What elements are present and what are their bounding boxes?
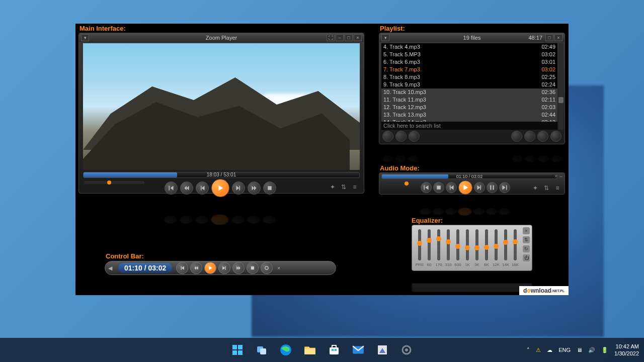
main-progress[interactable]: 18:03 / 53:01 xyxy=(83,172,360,178)
tray-chevron-icon[interactable]: ˄ xyxy=(527,347,530,353)
cb-left-arrow[interactable]: ◀ xyxy=(105,265,115,272)
playlist-list[interactable]: 4. Track 4.mp302:495. Track 5.MP303:026.… xyxy=(381,43,557,129)
rewind-button[interactable] xyxy=(180,182,193,195)
eq-slider-14K[interactable] xyxy=(504,229,507,260)
pl-maximize-button[interactable]: □ xyxy=(545,34,553,41)
pl-dropdown-icon[interactable]: ▾ xyxy=(381,34,389,41)
eq-slider-1K[interactable] xyxy=(466,229,469,260)
next-button[interactable] xyxy=(232,182,245,195)
pl-close-button[interactable]: × xyxy=(554,34,562,41)
playlist-row[interactable]: 12. Track 12.mp302:03 xyxy=(381,104,557,111)
playlist-row[interactable]: 6. Track 6.mp303:01 xyxy=(381,58,557,66)
pl-btn-1[interactable] xyxy=(382,131,393,142)
audio-menu-icon[interactable]: ≡ xyxy=(553,184,561,192)
prev-button[interactable] xyxy=(196,182,209,195)
playlist-row[interactable]: 5. Track 5.MP303:02 xyxy=(381,51,557,58)
dropdown-icon[interactable]: ▾ xyxy=(81,34,89,41)
eq-band-label: 14K xyxy=(502,262,509,267)
pl-btn-6[interactable] xyxy=(537,131,548,142)
video-display[interactable] xyxy=(83,43,360,170)
settings-icon[interactable] xyxy=(396,340,417,360)
cb-prev-button[interactable] xyxy=(176,262,188,274)
cb-forward-button[interactable] xyxy=(232,262,245,274)
main-interface-label: Main Interface: xyxy=(79,25,126,32)
audio-progress[interactable]: 01:10 / 03:02 xyxy=(381,174,557,179)
audio-settings-icon[interactable]: ✦ xyxy=(531,184,539,192)
audio-prev[interactable] xyxy=(446,182,457,193)
playlist-row[interactable]: 11. Track 11.mp302:11 xyxy=(381,96,557,104)
pl-btn-2[interactable] xyxy=(395,131,407,142)
play-button[interactable] xyxy=(211,179,229,197)
prev-chapter-button[interactable] xyxy=(165,182,178,195)
app-icon[interactable] xyxy=(372,340,392,360)
eq-slider-6K[interactable] xyxy=(485,229,488,260)
audio-min-button[interactable]: – xyxy=(559,173,562,179)
edge-icon[interactable] xyxy=(276,340,296,360)
playlist-row[interactable]: 13. Track 13.mp302:44 xyxy=(381,111,557,119)
eq-power-button[interactable]: ⏻ xyxy=(523,254,530,261)
start-button[interactable] xyxy=(227,340,248,360)
eq-slider-16K[interactable] xyxy=(514,229,517,260)
store-icon[interactable] xyxy=(324,340,344,360)
pl-btn-4[interactable] xyxy=(511,131,522,142)
audio-volume[interactable] xyxy=(383,182,414,185)
cb-extra-button[interactable] xyxy=(261,262,273,274)
svg-rect-6 xyxy=(232,345,237,349)
tray-onedrive-icon[interactable]: ☁ xyxy=(547,347,552,353)
svg-rect-4 xyxy=(490,186,491,190)
eq-close-button[interactable]: × xyxy=(523,227,530,234)
stop-button[interactable] xyxy=(263,182,276,195)
playlist-row[interactable]: 7. Track 7.mp303:02 xyxy=(381,66,557,73)
audio-next[interactable] xyxy=(474,182,485,193)
cb-stop-button[interactable] xyxy=(247,262,259,274)
eq-preset-button[interactable]: ⇅ xyxy=(523,236,530,243)
tray-security-icon[interactable]: ⚠ xyxy=(536,347,541,353)
menu-icon[interactable]: ≡ xyxy=(351,183,359,191)
eq-reset-button[interactable]: ↻ xyxy=(523,245,530,252)
eq-icon[interactable]: ⇅ xyxy=(340,183,348,191)
audio-stop[interactable] xyxy=(433,182,444,193)
close-button[interactable]: × xyxy=(354,34,362,41)
cb-next-button[interactable] xyxy=(218,262,230,274)
eq-band-label: 600 xyxy=(454,262,461,267)
forward-button[interactable] xyxy=(248,182,261,195)
playlist-row[interactable]: 10. Track 10.mp302:36 xyxy=(381,88,557,96)
audio-next-chapter[interactable] xyxy=(499,182,510,193)
eq-slider-3K[interactable] xyxy=(475,229,478,260)
cb-rewind-button[interactable] xyxy=(190,262,202,274)
settings-icon[interactable]: ✦ xyxy=(329,183,337,191)
tray-volume-icon[interactable]: 🔊 xyxy=(588,347,595,353)
eq-slider-60[interactable] xyxy=(428,229,431,260)
audio-play[interactable] xyxy=(458,180,472,195)
playlist-scrollbar[interactable] xyxy=(558,43,564,130)
tray-language[interactable]: ENG xyxy=(558,347,571,353)
volume-slider[interactable] xyxy=(84,181,144,184)
playlist-row[interactable]: 8. Track 8.mp302:25 xyxy=(381,73,557,81)
cb-close-button[interactable]: × xyxy=(274,265,284,271)
playlist-row[interactable]: 9. Track 9.mp302:24 xyxy=(381,81,557,88)
eq-slider-310[interactable] xyxy=(447,229,450,260)
audio-prev-chapter[interactable] xyxy=(421,182,432,193)
pl-btn-3[interactable] xyxy=(409,131,420,142)
eq-slider-PRE[interactable] xyxy=(418,229,421,260)
pl-btn-7[interactable] xyxy=(550,131,561,142)
tray-clock[interactable]: 10:42 AM 1/30/2022 xyxy=(614,343,639,357)
pl-btn-5[interactable] xyxy=(524,131,535,142)
audio-eq-icon[interactable]: ⇅ xyxy=(542,184,550,192)
eq-slider-600[interactable] xyxy=(456,229,459,260)
tray-network-icon[interactable]: 🖥 xyxy=(577,347,582,353)
explorer-icon[interactable] xyxy=(300,340,320,360)
eq-slider-170[interactable] xyxy=(437,229,440,260)
minimize-button[interactable]: – xyxy=(336,34,344,41)
cb-play-button[interactable] xyxy=(204,262,216,274)
taskview-button[interactable] xyxy=(252,340,272,360)
audio-pause[interactable] xyxy=(487,182,498,193)
tray-battery-icon[interactable]: 🔋 xyxy=(601,347,608,353)
eq-slider-12K[interactable] xyxy=(495,229,498,260)
playlist-row[interactable]: 4. Track 4.mp302:49 xyxy=(381,43,557,51)
playlist-search[interactable]: Click here to search list xyxy=(381,122,557,130)
maximize-button[interactable]: □ xyxy=(345,34,353,41)
mail-icon[interactable] xyxy=(348,340,368,360)
audio-close-button[interactable]: × xyxy=(554,173,557,179)
fullscreen-button[interactable]: ⛶ xyxy=(327,34,335,41)
